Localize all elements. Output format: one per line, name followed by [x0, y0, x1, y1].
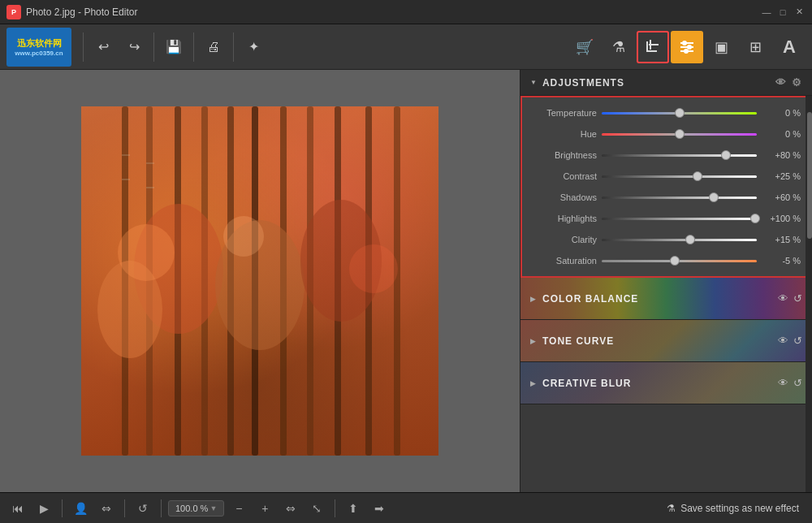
clarity-thumb[interactable] [685, 235, 695, 244]
temperature-slider[interactable] [602, 111, 757, 115]
undo-button[interactable]: ↩ [89, 32, 118, 62]
saturation-value: -5 % [762, 256, 801, 266]
redo-button[interactable]: ↪ [119, 32, 149, 62]
clarity-slider[interactable] [602, 238, 757, 241]
color-balance-label: COLOR BALANCE [542, 293, 638, 305]
shadows-thumb[interactable] [709, 192, 719, 202]
creative-blur-section[interactable]: ▶ CREATIVE BLUR 👁 ↺ [520, 362, 812, 404]
brightness-thumb[interactable] [721, 150, 731, 160]
cb-icons: 👁 ↺ [778, 292, 802, 305]
guitar-svg [81, 106, 438, 456]
tone-curve-section[interactable]: ▶ TONE CURVE 👁 ↺ [520, 320, 812, 362]
contrast-thumb[interactable] [693, 171, 702, 181]
fit-page-button[interactable]: ⤡ [305, 497, 328, 520]
svg-point-4 [688, 45, 691, 49]
save-effect-label: Save settings as new effect [680, 503, 799, 514]
cart-button[interactable]: 🛒 [568, 31, 601, 63]
export-button[interactable]: ⬆ [342, 497, 365, 520]
scroll-thumb[interactable] [807, 112, 812, 239]
saturation-slider[interactable] [602, 259, 757, 262]
eye-icon[interactable]: 👁 [775, 76, 787, 89]
brightness-slider[interactable] [602, 153, 757, 157]
adjust-panel-button[interactable] [671, 31, 703, 63]
blur-settings-icon[interactable]: ↺ [793, 377, 802, 389]
saturation-row: Saturation -5 % [532, 250, 801, 271]
save-flask-icon: ⚗ [667, 503, 676, 514]
stamp-button[interactable]: ✦ [239, 32, 268, 62]
title-bar: P Photo 2.jpg - Photo Editor — □ ✕ [0, 0, 812, 24]
brightness-label: Brightness [532, 150, 597, 160]
grid-button[interactable]: ⊞ [739, 31, 771, 63]
color-balance-section[interactable]: ▶ COLOR BALANCE 👁 ↺ [520, 278, 812, 320]
blur-eye-icon[interactable]: 👁 [778, 377, 788, 389]
saturation-thumb[interactable] [670, 256, 680, 266]
adjustments-title: ADJUSTMENTS [542, 77, 624, 89]
save-button[interactable]: 💾 [159, 32, 188, 62]
scrollbar[interactable] [806, 70, 812, 492]
adjustments-header[interactable]: ▼ ADJUSTMENTS 👁 ⚙ [520, 70, 812, 96]
save-effect-button[interactable]: ⚗ Save settings as new effect [660, 499, 806, 517]
shadows-label: Shadows [532, 192, 597, 202]
right-panel: ▼ ADJUSTMENTS 👁 ⚙ Temperature 0 % Hue [520, 70, 812, 492]
brightness-value: +80 % [762, 150, 801, 160]
temperature-thumb[interactable] [675, 108, 685, 118]
separator [83, 32, 84, 62]
clarity-label: Clarity [532, 235, 597, 244]
highlights-row: Highlights +100 % [532, 208, 801, 229]
blur-icons: 👁 ↺ [778, 377, 802, 389]
cb-settings-icon[interactable]: ↺ [793, 292, 802, 305]
window-controls: — □ ✕ [760, 6, 806, 19]
print-button[interactable]: 🖨 [199, 32, 228, 62]
zoom-out-button[interactable]: − [227, 497, 250, 520]
share-button[interactable]: ➡ [368, 497, 391, 520]
clarity-row: Clarity +15 % [532, 229, 801, 250]
settings-icon[interactable]: ⚙ [792, 76, 802, 89]
contrast-slider[interactable] [602, 175, 757, 178]
crop-button[interactable] [637, 31, 669, 63]
highlights-value: +100 % [762, 214, 801, 223]
temperature-value: 0 % [762, 108, 801, 118]
first-page-button[interactable]: ⏮ [6, 497, 29, 520]
app-icon: P [6, 5, 21, 19]
tc-triangle: ▶ [530, 337, 536, 345]
fit-width-button[interactable]: ⇔ [95, 497, 118, 520]
fit-button[interactable]: 👤 [69, 497, 92, 520]
page-width-button[interactable]: ⇔ [279, 497, 302, 520]
tc-settings-icon[interactable]: ↺ [793, 335, 802, 347]
cb-triangle: ▶ [530, 295, 536, 303]
maximize-button[interactable]: □ [776, 6, 789, 19]
separator [124, 499, 125, 517]
highlights-slider[interactable] [602, 217, 757, 220]
rotate-button[interactable]: ↺ [132, 497, 154, 520]
toolbar: 迅东软件网 www.pc0359.cn ↩ ↪ 💾 🖨 ✦ 🛒 ⚗ [0, 24, 812, 70]
text-button[interactable]: A [773, 31, 806, 63]
highlights-label: Highlights [532, 214, 597, 223]
highlights-thumb[interactable] [750, 214, 760, 223]
frame-button[interactable]: ▣ [705, 31, 737, 63]
separator [233, 32, 234, 62]
svg-point-22 [223, 216, 264, 257]
hue-row: Hue 0 % [532, 123, 801, 145]
zoom-arrow: ▼ [209, 504, 217, 512]
shadows-slider[interactable] [602, 196, 757, 199]
minimize-button[interactable]: — [760, 6, 773, 19]
contrast-row: Contrast +25 % [532, 166, 801, 187]
window-title: Photo 2.jpg - Photo Editor [26, 6, 137, 18]
tc-eye-icon[interactable]: 👁 [778, 335, 788, 347]
svg-point-21 [118, 224, 175, 281]
tc-icons: 👁 ↺ [778, 335, 802, 347]
temperature-row: Temperature 0 % [532, 102, 801, 123]
shadows-value: +60 % [762, 192, 801, 202]
photo-container [81, 106, 438, 456]
separator [153, 32, 154, 62]
collapse-triangle: ▼ [530, 79, 538, 86]
zoom-in-button[interactable]: + [253, 497, 276, 520]
hue-slider[interactable] [602, 132, 757, 136]
hue-thumb[interactable] [675, 129, 685, 139]
zoom-display[interactable]: 100.0 % ▼ [168, 500, 224, 517]
cb-eye-icon[interactable]: 👁 [778, 292, 788, 305]
close-button[interactable]: ✕ [793, 6, 806, 19]
prev-page-button[interactable]: ▶ [32, 497, 55, 520]
flask-button[interactable]: ⚗ [603, 31, 635, 63]
svg-rect-16 [394, 106, 400, 456]
